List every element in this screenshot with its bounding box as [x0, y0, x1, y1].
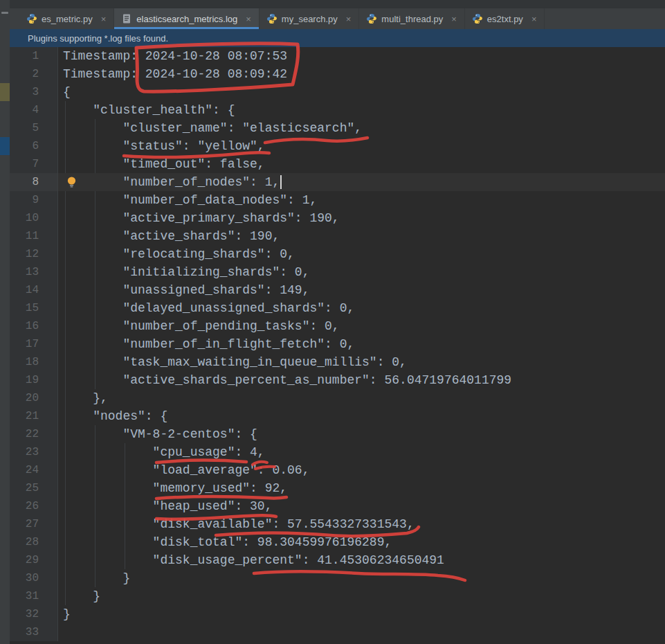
line-number[interactable]: 4 — [10, 101, 58, 119]
line-text: Timestamp: 2024-10-28 08:07:53 — [58, 47, 665, 65]
tab-close-icon[interactable]: × — [345, 14, 353, 24]
tab-elasticsearch-metrics-log[interactable]: elasticsearch_metrics.log× — [114, 8, 259, 29]
line-text: "timed_out": false, — [58, 155, 665, 173]
code-line-28[interactable]: 28 "disk_total": 98.30459976196289, — [10, 533, 665, 551]
line-number[interactable]: 9 — [10, 191, 58, 209]
line-number[interactable]: 12 — [10, 245, 58, 263]
code-line-15[interactable]: 15 "delayed_unassigned_shards": 0, — [10, 299, 665, 317]
code-line-17[interactable]: 17 "number_of_in_flight_fetch": 0, — [10, 335, 665, 353]
line-number[interactable]: 2 — [10, 65, 58, 83]
code-line-21[interactable]: 21 "nodes": { — [10, 407, 665, 425]
line-number[interactable]: 25 — [10, 479, 58, 497]
line-number[interactable]: 19 — [10, 371, 58, 389]
code-line-13[interactable]: 13 "initializing_shards": 0, — [10, 263, 665, 281]
line-number[interactable]: 11 — [10, 227, 58, 245]
code-line-33[interactable]: 33 — [10, 623, 665, 641]
line-number[interactable]: 30 — [10, 569, 58, 587]
code-line-11[interactable]: 11 "active_shards": 190, — [10, 227, 665, 245]
line-number[interactable]: 16 — [10, 317, 58, 335]
code-line-27[interactable]: 27 "disk_available": 57.5543327331543, — [10, 515, 665, 533]
line-text: "number_of_in_flight_fetch": 0, — [58, 335, 665, 353]
line-number[interactable]: 7 — [10, 155, 58, 173]
code-line-22[interactable]: 22 "VM-8-2-centos": { — [10, 425, 665, 443]
code-line-18[interactable]: 18 "task_max_waiting_in_queue_millis": 0… — [10, 353, 665, 371]
line-number[interactable]: 20 — [10, 389, 58, 407]
line-number[interactable]: 29 — [10, 551, 58, 569]
text-caret — [280, 175, 282, 189]
line-text: "disk_total": 98.30459976196289, — [58, 533, 665, 551]
code-line-1[interactable]: 1Timestamp: 2024-10-28 08:07:53 — [10, 47, 665, 65]
tool-window-stripe[interactable] — [0, 0, 10, 644]
code-line-6[interactable]: 6 "status": "yellow", — [10, 137, 665, 155]
tab-close-icon[interactable]: × — [450, 14, 458, 24]
line-number[interactable]: 5 — [10, 119, 58, 137]
line-number[interactable]: 6 — [10, 137, 58, 155]
python-icon — [472, 13, 483, 24]
code-line-9[interactable]: 9 "number_of_data_nodes": 1, — [10, 191, 665, 209]
line-number[interactable]: 23 — [10, 443, 58, 461]
line-number[interactable]: 18 — [10, 353, 58, 371]
code-line-25[interactable]: 25 "memory_used": 92, — [10, 479, 665, 497]
line-text: "number_of_nodes": 1, — [58, 173, 665, 191]
tab-label: elasticsearch_metrics.log — [136, 14, 237, 24]
line-text: "heap_used": 30, — [58, 497, 665, 515]
editor-header: es_metric.py×elasticsearch_metrics.log×m… — [10, 0, 665, 29]
line-number[interactable]: 1 — [10, 47, 58, 65]
line-number[interactable]: 24 — [10, 461, 58, 479]
line-text: "load_average": 0.06, — [58, 461, 665, 479]
code-line-24[interactable]: 24 "load_average": 0.06, — [10, 461, 665, 479]
line-text: } — [58, 569, 665, 587]
code-line-19[interactable]: 19 "active_shards_percent_as_number": 56… — [10, 371, 665, 389]
code-line-10[interactable]: 10 "active_primary_shards": 190, — [10, 209, 665, 227]
tab-es-metric-py[interactable]: es_metric.py× — [19, 8, 114, 29]
line-number[interactable]: 3 — [10, 83, 58, 101]
code-line-29[interactable]: 29 "disk_usage_percent": 41.453062346504… — [10, 551, 665, 569]
code-line-20[interactable]: 20 }, — [10, 389, 665, 407]
code-line-31[interactable]: 31 } — [10, 587, 665, 605]
line-number[interactable]: 21 — [10, 407, 58, 425]
splitter-handle-icon[interactable] — [1, 12, 8, 14]
line-text: "VM-8-2-centos": { — [58, 425, 665, 443]
line-number[interactable]: 31 — [10, 587, 58, 605]
code-line-14[interactable]: 14 "unassigned_shards": 149, — [10, 281, 665, 299]
line-number[interactable]: 32 — [10, 605, 58, 623]
notification-banner[interactable]: Plugins supporting *.log files found. — [10, 29, 665, 47]
line-number[interactable]: 28 — [10, 533, 58, 551]
editor-surface[interactable]: 1Timestamp: 2024-10-28 08:07:532Timestam… — [10, 47, 665, 644]
line-text: "memory_used": 92, — [58, 479, 665, 497]
code-line-32[interactable]: 32} — [10, 605, 665, 623]
code-line-16[interactable]: 16 "number_of_pending_tasks": 0, — [10, 317, 665, 335]
line-number[interactable]: 26 — [10, 497, 58, 515]
intention-lightbulb-icon[interactable] — [66, 176, 78, 188]
code-line-12[interactable]: 12 "relocating_shards": 0, — [10, 245, 665, 263]
line-number[interactable]: 8 — [10, 173, 58, 191]
code-line-30[interactable]: 30 } — [10, 569, 665, 587]
tab-my-search-py[interactable]: my_search.py× — [259, 8, 360, 29]
line-number[interactable]: 22 — [10, 425, 58, 443]
line-text — [58, 623, 665, 641]
tab-close-icon[interactable]: × — [530, 14, 538, 24]
header-top-strip — [10, 0, 665, 8]
tab-close-icon[interactable]: × — [244, 14, 253, 24]
notification-text: Plugins supporting *.log files found. — [28, 33, 168, 44]
tab-multi-thread-py[interactable]: multi_thread.py× — [359, 8, 464, 29]
line-number[interactable]: 14 — [10, 281, 58, 299]
line-number[interactable]: 17 — [10, 335, 58, 353]
code-line-23[interactable]: 23 "cpu_usage": 4, — [10, 443, 665, 461]
tab-close-icon[interactable]: × — [100, 14, 108, 24]
line-text: "active_primary_shards": 190, — [58, 209, 665, 227]
line-number[interactable]: 13 — [10, 263, 58, 281]
code-line-26[interactable]: 26 "heap_used": 30, — [10, 497, 665, 515]
tab-es2txt-py[interactable]: es2txt.py× — [465, 8, 545, 29]
line-number[interactable]: 15 — [10, 299, 58, 317]
line-text: "initializing_shards": 0, — [58, 263, 665, 281]
code-line-7[interactable]: 7 "timed_out": false, — [10, 155, 665, 173]
code-line-5[interactable]: 5 "cluster_name": "elasticsearch", — [10, 119, 665, 137]
line-number[interactable]: 33 — [10, 623, 58, 641]
code-line-3[interactable]: 3{ — [10, 83, 665, 101]
line-number[interactable]: 27 — [10, 515, 58, 533]
code-line-8[interactable]: 8 "number_of_nodes": 1, — [10, 173, 665, 191]
line-number[interactable]: 10 — [10, 209, 58, 227]
code-line-4[interactable]: 4 "cluster_health": { — [10, 101, 665, 119]
code-line-2[interactable]: 2Timestamp: 2024-10-28 08:09:42 — [10, 65, 665, 83]
